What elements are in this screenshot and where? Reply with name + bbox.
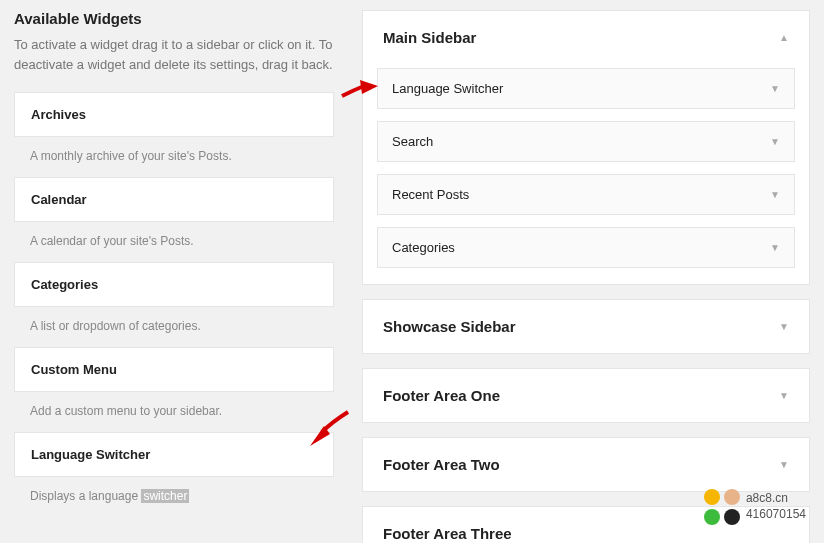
widget-archives[interactable]: Archives <box>14 92 334 137</box>
available-widgets-desc: To activate a widget drag it to a sideba… <box>14 35 334 74</box>
widget-calendar-desc: A calendar of your site's Posts. <box>14 222 334 262</box>
widget-calendar[interactable]: Calendar <box>14 177 334 222</box>
widget-categories-desc: A list or dropdown of categories. <box>14 307 334 347</box>
chevron-up-icon: ▲ <box>779 32 789 43</box>
widget-categories[interactable]: Categories <box>14 262 334 307</box>
widget-language-switcher-desc: Displays a language switcher <box>14 477 334 517</box>
available-widgets-panel: Available Widgets To activate a widget d… <box>14 10 334 543</box>
badge-icon <box>724 489 740 505</box>
watermark-id: 416070154 <box>746 507 806 523</box>
watermark-url: a8c8.cn <box>746 491 806 507</box>
footer-area-one-header[interactable]: Footer Area One ▼ <box>363 369 809 422</box>
widget-custom-menu-desc: Add a custom menu to your sidebar. <box>14 392 334 432</box>
placed-widget-recent-posts[interactable]: Recent Posts ▼ <box>377 174 795 215</box>
watermark-badge: a8c8.cn 416070154 <box>704 489 806 525</box>
chevron-down-icon: ▼ <box>779 321 789 332</box>
main-sidebar-title: Main Sidebar <box>383 29 476 46</box>
chevron-down-icon: ▼ <box>770 136 780 147</box>
footer-area-one-box: Footer Area One ▼ <box>362 368 810 423</box>
widget-custom-menu[interactable]: Custom Menu <box>14 347 334 392</box>
showcase-sidebar-header[interactable]: Showcase Sidebar ▼ <box>363 300 809 353</box>
sidebar-areas-panel: Main Sidebar ▲ Language Switcher ▼ Searc… <box>362 10 810 543</box>
footer-area-two-header[interactable]: Footer Area Two ▼ <box>363 438 809 491</box>
showcase-sidebar-box: Showcase Sidebar ▼ <box>362 299 810 354</box>
badge-icon <box>704 489 720 505</box>
chevron-down-icon: ▼ <box>770 189 780 200</box>
main-sidebar-body: Language Switcher ▼ Search ▼ Recent Post… <box>363 64 809 284</box>
main-sidebar-header[interactable]: Main Sidebar ▲ <box>363 11 809 64</box>
badge-icon <box>724 509 740 525</box>
chevron-down-icon: ▼ <box>770 242 780 253</box>
badge-icon <box>704 509 720 525</box>
main-sidebar-box: Main Sidebar ▲ Language Switcher ▼ Searc… <box>362 10 810 285</box>
chevron-down-icon: ▼ <box>770 83 780 94</box>
chevron-down-icon: ▼ <box>779 390 789 401</box>
widget-archives-desc: A monthly archive of your site's Posts. <box>14 137 334 177</box>
widget-language-switcher[interactable]: Language Switcher <box>14 432 334 477</box>
available-widgets-title: Available Widgets <box>14 10 334 27</box>
footer-area-two-box: Footer Area Two ▼ <box>362 437 810 492</box>
chevron-down-icon: ▼ <box>779 459 789 470</box>
placed-widget-categories[interactable]: Categories ▼ <box>377 227 795 268</box>
placed-widget-language-switcher[interactable]: Language Switcher ▼ <box>377 68 795 109</box>
highlight-switcher: switcher <box>141 489 189 503</box>
placed-widget-search[interactable]: Search ▼ <box>377 121 795 162</box>
